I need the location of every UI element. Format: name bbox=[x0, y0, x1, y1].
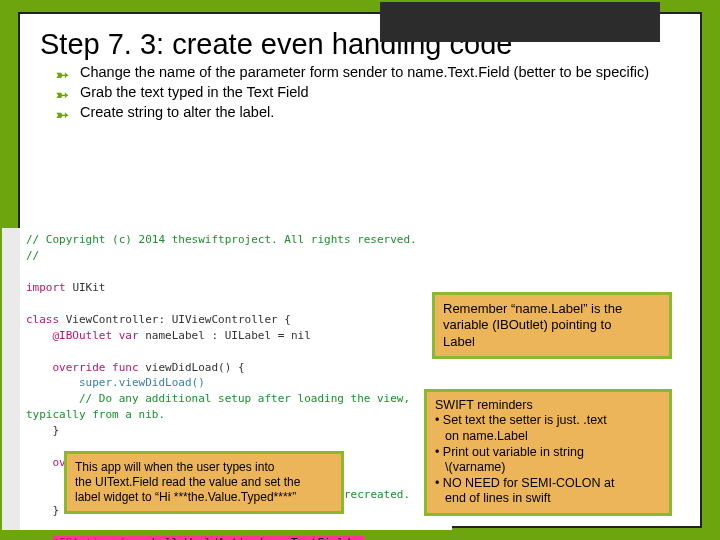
code-text: ViewController: UIViewController { bbox=[66, 313, 291, 326]
callout-text: \(varname) bbox=[435, 460, 661, 476]
code-text: UIKit bbox=[72, 281, 105, 294]
bullet-item: ➳ Create string to alter the label. bbox=[60, 103, 680, 122]
bullet-text: Change the name of the parameter form se… bbox=[80, 64, 649, 80]
slide-frame: Step 7. 3: create even handling code ➳ C… bbox=[18, 12, 702, 528]
callout-app-description: This app will when the user types into t… bbox=[64, 451, 344, 514]
callout-text: on name.Label bbox=[435, 429, 661, 445]
callout-text: This app will when the user types into bbox=[75, 460, 333, 475]
code-kw: import bbox=[26, 281, 66, 294]
code-line: // Do any additional setup after loading… bbox=[26, 392, 410, 421]
highlighted-code-line: @IBAction func helloWorldAction(nameText… bbox=[26, 536, 364, 540]
bullet-marker-icon: ➳ bbox=[56, 85, 69, 105]
bullet-list: ➳ Change the name of the parameter form … bbox=[20, 61, 700, 122]
callout-remember: Remember “name.Label” is the variable (I… bbox=[432, 292, 672, 359]
code-text: } bbox=[53, 424, 60, 437]
code-text: super.viewDidLoad() bbox=[79, 376, 205, 389]
bullet-item: ➳ Change the name of the parameter form … bbox=[60, 63, 680, 82]
title-decoration-bar bbox=[380, 2, 660, 42]
callout-text: variable (IBOutlet) pointing to bbox=[443, 317, 661, 333]
callout-text: • Print out variable in string bbox=[435, 445, 661, 461]
code-line: // Copyright (c) 2014 theswiftproject. A… bbox=[26, 233, 417, 246]
callout-text: Remember “name.Label” is the bbox=[443, 301, 661, 317]
bullet-text: Grab the text typed in the Text Field bbox=[80, 84, 309, 100]
code-text: nameLabel : UILabel = nil bbox=[139, 329, 311, 342]
callout-text: end of lines in swift bbox=[435, 491, 661, 507]
bullet-item: ➳ Grab the text typed in the Text Field bbox=[60, 83, 680, 102]
callout-text: • NO NEED for SEMI-COLON at bbox=[435, 476, 661, 492]
code-kw: class bbox=[26, 313, 59, 326]
callout-swift-reminders: SWIFT reminders • Set text the setter is… bbox=[424, 389, 672, 516]
bullet-text: Create string to alter the label. bbox=[80, 104, 274, 120]
callout-text: Label bbox=[443, 334, 661, 350]
code-text: viewDidLoad() { bbox=[139, 361, 245, 374]
code-kw: override func bbox=[53, 361, 139, 374]
callout-title: SWIFT reminders bbox=[435, 398, 661, 414]
bullet-marker-icon: ➳ bbox=[56, 65, 69, 85]
code-kw: @IBOutlet var bbox=[53, 329, 139, 342]
code-text: } bbox=[53, 504, 60, 517]
callout-text: label widget to “Hi ***the.Value.Typed**… bbox=[75, 490, 333, 505]
callout-text: the UIText.Field read the value and set … bbox=[75, 475, 333, 490]
code-line: // bbox=[26, 249, 39, 262]
callout-text: • Set text the setter is just. .text bbox=[435, 413, 661, 429]
bullet-marker-icon: ➳ bbox=[56, 105, 69, 125]
